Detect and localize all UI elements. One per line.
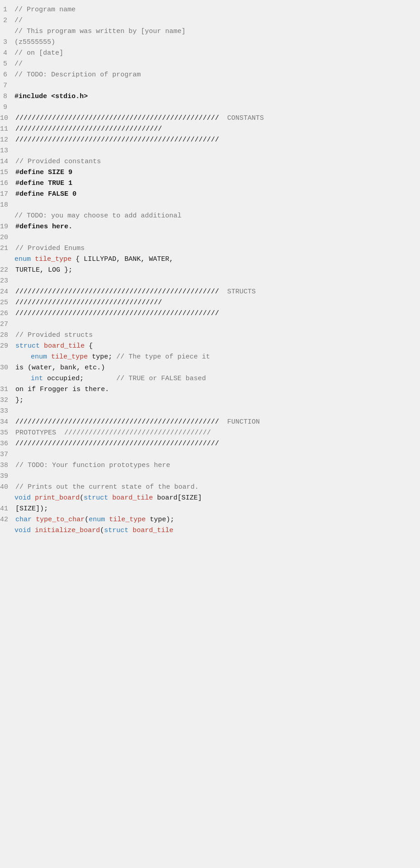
- comment-token: // TODO: Description of program: [14, 71, 141, 79]
- code-line: 18: [0, 200, 420, 211]
- line-content: [14, 102, 420, 113]
- code-line: 22TURTLE, LOG };: [0, 265, 420, 276]
- type-token: board_tile: [44, 342, 85, 350]
- line-number: 16: [0, 178, 15, 189]
- divider-token: ////////////////////////////////////////…: [15, 310, 219, 317]
- code-line: 8#include <stdio.h>: [0, 91, 420, 102]
- code-line: // This program was written by [your nam…: [0, 26, 420, 37]
- normal-token: board[SIZE]: [153, 494, 202, 502]
- line-number: 10: [0, 113, 15, 123]
- normal-token: type);: [146, 516, 174, 524]
- code-line: 29struct board_tile {: [0, 341, 420, 352]
- line-content: // Provided constants: [15, 156, 420, 167]
- line-content: char type_to_char(enum tile_type type);: [15, 514, 420, 525]
- line-number: 35: [0, 428, 15, 438]
- line-content: // TODO: Your function prototypes here: [15, 460, 420, 471]
- line-number: 20: [0, 232, 15, 243]
- line-content: ////////////////////////////////////////…: [15, 308, 420, 319]
- line-content: // Prints out the current state of the b…: [15, 482, 420, 492]
- line-content: [15, 276, 420, 286]
- line-number: 34: [0, 417, 15, 427]
- line-content: ////////////////////////////////////: [15, 297, 420, 308]
- code-line: 27: [0, 319, 420, 330]
- line-content: // Provided Enums: [15, 243, 420, 254]
- code-line: 40// Prints out the current state of the…: [0, 482, 420, 493]
- keyword-token: enum: [89, 516, 109, 524]
- preprocessor-token: #include <stdio.h>: [14, 93, 88, 100]
- normal-token: [14, 353, 31, 361]
- code-line: 1// Program name: [0, 5, 420, 15]
- line-number: 40: [0, 482, 15, 492]
- code-line: 10//////////////////////////////////////…: [0, 113, 420, 124]
- code-line: 9: [0, 102, 420, 113]
- line-number: 3: [0, 37, 14, 47]
- code-line: 6// TODO: Description of program: [0, 70, 420, 80]
- code-line: 14// Provided constants: [0, 156, 420, 167]
- comment-token: STRUCTS: [219, 288, 256, 296]
- code-line: int occupied; // TRUE or FALSE based: [0, 373, 420, 384]
- preprocessor-token: #define FALSE 0: [15, 190, 76, 198]
- preprocessor-token: #define TRUE 1: [15, 179, 72, 187]
- line-number: 4: [0, 48, 14, 58]
- line-content: [15, 146, 420, 156]
- keyword-token: enum: [31, 353, 51, 361]
- line-number: 18: [0, 200, 15, 210]
- line-number: 41: [0, 504, 15, 514]
- line-number: 23: [0, 276, 15, 286]
- normal-token: TURTLE, LOG };: [15, 266, 72, 274]
- normal-token: };: [15, 396, 24, 404]
- line-number: 9: [0, 102, 14, 113]
- divider-token: ////////////////////////////////////////…: [15, 136, 219, 144]
- code-line: 25////////////////////////////////////: [0, 297, 420, 308]
- line-content: //: [14, 15, 420, 26]
- code-line: 3(z5555555): [0, 37, 420, 48]
- line-content: #define SIZE 9: [15, 167, 420, 178]
- comment-token: CONSTANTS: [219, 114, 264, 122]
- line-content: void print_board(struct board_tile board…: [14, 493, 420, 503]
- line-content: ////////////////////////////////////////…: [15, 287, 420, 297]
- line-content: (z5555555): [14, 37, 420, 47]
- line-number: 2: [0, 15, 14, 26]
- keyword-token: struct: [15, 342, 44, 350]
- line-content: enum tile_type { LILLYPAD, BANK, WATER,: [14, 254, 420, 264]
- divider-token: ////////////////////////////////////: [15, 125, 162, 133]
- line-number: 30: [0, 363, 15, 373]
- code-line: enum tile_type type; // The type of piec…: [0, 352, 420, 363]
- function-token: print_board: [35, 494, 80, 502]
- code-line: 41[SIZE]);: [0, 504, 420, 514]
- line-content: ////////////////////////////////////////…: [15, 113, 420, 123]
- line-content: PROTOTYPES /////////////////////////////…: [15, 428, 420, 438]
- line-number: 38: [0, 460, 15, 471]
- comment-token: // TODO: you may choose to add additiona…: [14, 212, 181, 220]
- comment-token: // The type of piece it: [116, 353, 210, 361]
- line-number: 28: [0, 330, 15, 340]
- line-number: 42: [0, 514, 15, 525]
- line-content: [15, 449, 420, 460]
- line-content: // Program name: [14, 5, 420, 15]
- line-number: 7: [0, 80, 14, 91]
- normal-token: occupied;: [43, 375, 116, 382]
- line-content: struct board_tile {: [15, 341, 420, 351]
- type-token: tile_type: [109, 516, 146, 524]
- line-content: [15, 232, 420, 243]
- keyword-token: enum: [14, 255, 35, 263]
- normal-token: [14, 375, 31, 382]
- code-line: 20: [0, 232, 420, 243]
- line-number: 21: [0, 243, 15, 254]
- comment-token: PROTOTYPES /////////////////////////////…: [15, 429, 211, 437]
- code-line: void initialize_board(struct board_tile: [0, 525, 420, 536]
- normal-token: { LILLYPAD, BANK, WATER,: [72, 255, 173, 263]
- line-content: #defines here.: [15, 222, 420, 232]
- line-number: 32: [0, 395, 15, 406]
- line-number: 27: [0, 319, 15, 330]
- code-line: 16#define TRUE 1: [0, 178, 420, 189]
- comment-token: //: [14, 60, 23, 68]
- preprocessor-token: #defines here.: [15, 223, 72, 231]
- code-line: 21// Provided Enums: [0, 243, 420, 254]
- normal-token: type;: [88, 353, 116, 361]
- comment-token: //: [14, 17, 23, 24]
- comment-token: // This program was written by [your nam…: [14, 28, 186, 35]
- line-content: #define FALSE 0: [15, 189, 420, 199]
- code-editor: 1// Program name2//// This program was w…: [0, 0, 420, 868]
- line-number: 17: [0, 189, 15, 199]
